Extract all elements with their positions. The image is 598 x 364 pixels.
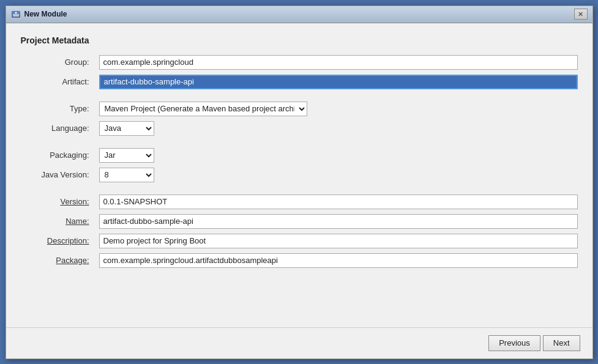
dialog-window: New Module ✕ Project Metadata Group: Art… — [6, 6, 593, 359]
window-title: New Module — [24, 10, 574, 18]
name-label: Name: — [21, 217, 94, 226]
group-label: Group: — [21, 58, 94, 67]
version-label: Version: — [21, 197, 94, 206]
window-icon — [11, 9, 21, 19]
package-label: Package: — [21, 256, 94, 265]
java-version-select[interactable]: 8 11 17 — [99, 168, 154, 182]
form-grid: Group: Artifact: Type: Maven Project (Ge… — [21, 55, 578, 268]
name-input[interactable] — [99, 214, 578, 229]
description-label: Description: — [21, 236, 94, 245]
language-select-container: Java Kotlin Groovy — [99, 121, 578, 136]
packaging-select-container: Jar War — [99, 148, 578, 163]
section-title: Project Metadata — [21, 35, 578, 45]
package-input[interactable] — [99, 253, 578, 268]
type-select[interactable]: Maven Project (Generate a Maven based pr… — [99, 102, 307, 116]
language-select[interactable]: Java Kotlin Groovy — [99, 121, 154, 136]
dialog-content: Project Metadata Group: Artifact: Type: … — [6, 23, 592, 327]
packaging-select[interactable]: Jar War — [99, 148, 154, 163]
java-version-select-container: 8 11 17 — [99, 168, 578, 182]
version-input[interactable] — [99, 195, 578, 209]
svg-point-2 — [15, 12, 17, 14]
description-input[interactable] — [99, 234, 578, 248]
group-input[interactable] — [99, 55, 578, 70]
title-bar: New Module ✕ — [6, 6, 592, 23]
artifact-label: Artifact: — [21, 77, 94, 86]
type-label: Type: — [21, 104, 94, 113]
title-bar-controls: ✕ — [574, 9, 588, 20]
previous-button[interactable]: Previous — [488, 335, 540, 351]
artifact-input[interactable] — [99, 75, 578, 89]
packaging-label: Packaging: — [21, 150, 94, 160]
java-version-label: Java Version: — [21, 170, 94, 179]
dialog-footer: Previous Next — [6, 327, 592, 358]
language-label: Language: — [21, 124, 94, 133]
type-select-container: Maven Project (Generate a Maven based pr… — [99, 102, 578, 116]
next-button[interactable]: Next — [543, 335, 580, 351]
close-button[interactable]: ✕ — [574, 9, 588, 20]
